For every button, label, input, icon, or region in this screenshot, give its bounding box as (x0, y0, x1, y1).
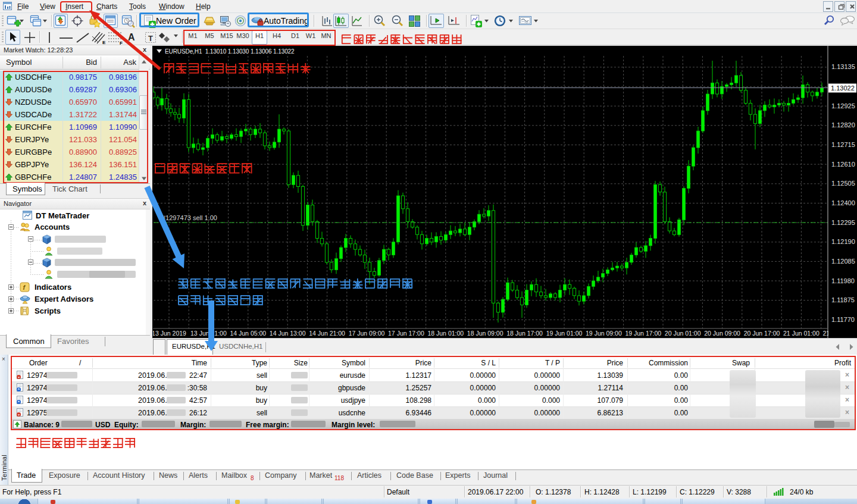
svg-text:18 Jun 09:00: 18 Jun 09:00 (467, 330, 503, 337)
svg-text:1.13022: 1.13022 (831, 84, 855, 92)
svg-text:1.13135: 1.13135 (831, 63, 855, 70)
svg-text:1.12505: 1.12505 (831, 180, 855, 187)
svg-text:1.12925: 1.12925 (831, 102, 855, 109)
svg-text:1.12820: 1.12820 (831, 121, 855, 129)
svg-text:18 Jun 17:00: 18 Jun 17:00 (506, 330, 543, 337)
svg-text:1.12400: 1.12400 (831, 199, 855, 206)
svg-text:17 Jun 09:00: 17 Jun 09:00 (349, 330, 385, 337)
svg-text:14 Jun 21:00: 14 Jun 21:00 (309, 330, 345, 337)
svg-text:13 Jun 21:00: 13 Jun 21:00 (190, 330, 227, 337)
svg-text:T: T (148, 34, 153, 43)
svg-text:1.11980: 1.11980 (831, 277, 855, 284)
svg-text:EURUSDe,H1 1.13010 1.13030 1.: EURUSDe,H1 1.13010 1.13030 1.13006 1.130… (165, 48, 295, 55)
svg-text:1.12190: 1.12190 (831, 238, 855, 245)
svg-text:14 Jun 13:00: 14 Jun 13:00 (270, 330, 306, 337)
svg-text:1.12715: 1.12715 (831, 141, 855, 148)
svg-text:18 Jun 01:00: 18 Jun 01:00 (427, 330, 464, 337)
svg-text:#1297473 sell 1.00: #1297473 sell 1.00 (162, 214, 217, 221)
svg-text:21 Jun 01:00: 21 Jun 01:00 (783, 330, 820, 337)
svg-text:20 Jun 09:00: 20 Jun 09:00 (704, 330, 740, 337)
svg-text:19 Jun 17:00: 19 Jun 17:00 (625, 330, 661, 337)
svg-text:20 Jun 17:00: 20 Jun 17:00 (744, 330, 780, 337)
svg-text:F: F (120, 40, 123, 45)
svg-text:20 Jun 01:00: 20 Jun 01:00 (665, 330, 701, 337)
svg-text:14 Jun 05:00: 14 Jun 05:00 (230, 330, 266, 337)
svg-text:1.11875: 1.11875 (831, 296, 855, 303)
svg-text:17 Jun 17:00: 17 Jun 17:00 (388, 330, 424, 337)
svg-text:1.12295: 1.12295 (831, 219, 855, 226)
svg-text:13 Jun 2019: 13 Jun 2019 (153, 330, 186, 337)
svg-text:19 Jun 01:00: 19 Jun 01:00 (546, 330, 583, 337)
svg-text:1.12085: 1.12085 (831, 258, 855, 265)
svg-text:1.12610: 1.12610 (831, 161, 855, 168)
svg-text:E: E (102, 40, 106, 45)
svg-text:1.11770: 1.11770 (831, 316, 855, 323)
svg-text:19 Jun 09:00: 19 Jun 09:00 (586, 330, 622, 337)
